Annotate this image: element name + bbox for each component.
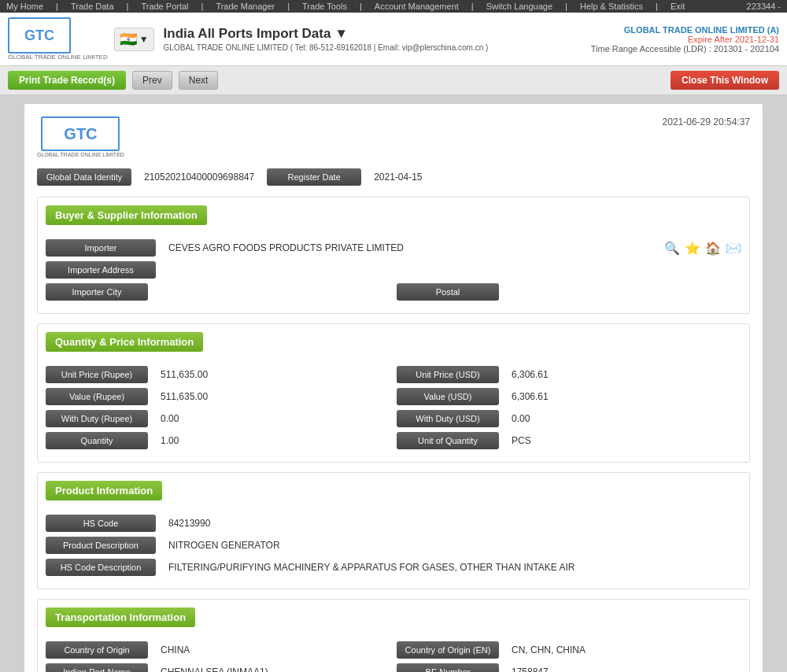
hs-code-description-label: HS Code Description [46, 559, 156, 576]
global-data-identity-value: 210520210400009698847 [138, 172, 260, 183]
transportation-section: Transportation Information Country of Or… [37, 599, 750, 672]
logo-area: GTC GLOBAL TRADE ONLINE LIMITED [8, 17, 108, 61]
header-center: India All Ports Import Data ▼ GLOBAL TRA… [154, 26, 591, 52]
nav-separator6: | [471, 2, 474, 11]
value-rupee-value: 511,635.00 [154, 391, 214, 402]
nav-switch-language[interactable]: Switch Language [486, 2, 552, 11]
with-duty-row: With Duty (Rupee) 0.00 With Duty (USD) 0… [46, 410, 741, 427]
importer-row: Importer CEVES AGRO FOODS PRODUCTS PRIVA… [46, 239, 741, 257]
importer-address-label: Importer Address [46, 261, 156, 279]
close-button-top[interactable]: Close This Window [671, 71, 779, 90]
nav-trade-tools[interactable]: Trade Tools [302, 2, 347, 11]
country-of-origin-value: CHINA [154, 644, 196, 655]
buyer-supplier-section: Buyer & Supplier Information Importer CE… [37, 197, 750, 314]
unit-of-quantity-label: Unit of Quantity [397, 432, 499, 449]
product-description-row: Product Description NITROGEN GENERATOR [46, 537, 741, 554]
nav-separator7: | [565, 2, 567, 11]
quantity-price-title: Quantity & Price Information [46, 332, 203, 352]
with-duty-rupee-label: With Duty (Rupee) [46, 410, 148, 427]
quantity-price-section: Quantity & Price Information Unit Price … [37, 323, 750, 463]
global-data-identity-label: Global Data Identity [37, 168, 131, 186]
with-duty-usd-label: With Duty (USD) [397, 410, 499, 427]
top-nav[interactable]: My Home | Trade Data | Trade Portal | Tr… [6, 2, 685, 11]
next-button-top[interactable]: Next [179, 71, 219, 90]
quantity-value: 1.00 [154, 435, 185, 446]
flag-dropdown[interactable]: 🇮🇳 ▼ [114, 28, 154, 51]
country-of-origin-en-value: CN, CHN, CHINA [505, 644, 592, 655]
unit-price-usd-value: 6,306.61 [505, 369, 555, 380]
importer-city-row: Importer City Postal [46, 283, 741, 301]
register-date-label: Register Date [267, 168, 361, 186]
quantity-label: Quantity [46, 432, 148, 449]
star-icon[interactable]: ⭐ [685, 241, 700, 256]
prev-button-top[interactable]: Prev [132, 71, 172, 90]
country-of-origin-label: Country of Origin [46, 641, 148, 659]
hs-code-value: 84213990 [162, 518, 741, 529]
search-icon[interactable]: 🔍 [664, 241, 680, 256]
port-be-row: Indian Port Name CHENNAI SEA (INMAA1) BE… [46, 663, 741, 672]
mail-icon[interactable]: ✉️ [726, 241, 741, 256]
value-usd-label: Value (USD) [397, 388, 499, 405]
user-id: 223344 - [747, 2, 781, 11]
nav-account-management[interactable]: Account Management [375, 2, 459, 11]
indian-port-name-value: CHENNAI SEA (INMAA1) [154, 666, 275, 672]
register-date-value: 2021-04-15 [368, 172, 428, 183]
nav-separator4: | [287, 2, 290, 11]
record-card: GTC GLOBAL TRADE ONLINE LIMITED 2021-06-… [24, 103, 763, 672]
company-name: GLOBAL TRADE ONLINE LIMITED (A) [591, 25, 779, 35]
product-title: Product Information [46, 481, 162, 500]
nav-trade-manager[interactable]: Trade Manager [216, 2, 275, 11]
unit-price-rupee-value: 511,635.00 [154, 369, 214, 380]
nav-help-statistics[interactable]: Help & Statistics [580, 2, 643, 11]
be-number-value: 1758847 [505, 666, 555, 672]
nav-separator3: | [201, 2, 204, 11]
identity-row: Global Data Identity 2105202104000096988… [37, 168, 750, 186]
importer-icons: 🔍 ⭐ 🏠 ✉️ [664, 241, 741, 256]
india-flag-icon: 🇮🇳 [120, 31, 137, 48]
product-section: Product Information HS Code 84213990 Pro… [37, 472, 750, 589]
value-row: Value (Rupee) 511,635.00 Value (USD) 6,3… [46, 388, 741, 405]
unit-price-usd-label: Unit Price (USD) [397, 366, 499, 383]
nav-separator8: | [656, 2, 658, 11]
indian-port-name-label: Indian Port Name [46, 663, 148, 672]
unit-of-quantity-value: PCS [505, 435, 538, 446]
card-header: GTC GLOBAL TRADE ONLINE LIMITED 2021-06-… [37, 116, 750, 157]
postal-label: Postal [397, 283, 499, 301]
nav-trade-portal[interactable]: Trade Portal [141, 2, 188, 11]
quantity-row: Quantity 1.00 Unit of Quantity PCS [46, 432, 741, 449]
country-of-origin-en-label: Country of Origin (EN) [397, 641, 499, 659]
buyer-supplier-title: Buyer & Supplier Information [46, 205, 207, 225]
importer-address-row: Importer Address [46, 261, 741, 279]
unit-price-rupee-label: Unit Price (Rupee) [46, 366, 148, 383]
header: GTC GLOBAL TRADE ONLINE LIMITED 🇮🇳 ▼ Ind… [0, 13, 787, 66]
home-icon[interactable]: 🏠 [705, 241, 721, 256]
country-origin-row: Country of Origin CHINA Country of Origi… [46, 641, 741, 659]
transportation-title: Transportation Information [46, 607, 195, 627]
nav-separator5: | [360, 2, 362, 11]
importer-city-label: Importer City [46, 283, 148, 301]
with-duty-usd-value: 0.00 [505, 413, 536, 424]
page-title: India All Ports Import Data ▼ [164, 26, 591, 42]
logo-subtitle: GLOBAL TRADE ONLINE LIMITED [8, 54, 108, 61]
nav-separator2: | [127, 2, 129, 11]
hs-code-label: HS Code [46, 515, 156, 532]
card-timestamp: 2021-06-29 20:54:37 [663, 116, 750, 127]
importer-label: Importer [46, 239, 156, 257]
print-button-top[interactable]: Print Trade Record(s) [8, 71, 126, 90]
card-logo: GTC GLOBAL TRADE ONLINE LIMITED [37, 116, 124, 157]
be-number-label: BE Number [397, 663, 499, 672]
nav-exit[interactable]: Exit [671, 2, 685, 11]
action-bar-top: Print Trade Record(s) Prev Next Close Th… [0, 66, 787, 95]
logo-box: GTC [8, 17, 71, 54]
product-description-label: Product Description [46, 537, 156, 554]
nav-my-home[interactable]: My Home [6, 2, 43, 11]
nav-trade-data[interactable]: Trade Data [71, 2, 114, 11]
importer-value: CEVES AGRO FOODS PRODUCTS PRIVATE LIMITE… [162, 242, 658, 253]
main-content: GTC GLOBAL TRADE ONLINE LIMITED 2021-06-… [0, 95, 787, 672]
time-range: Time Range Accessible (LDR) : 201301 - 2… [591, 44, 779, 54]
header-right: GLOBAL TRADE ONLINE LIMITED (A) Expire A… [591, 25, 779, 54]
hs-code-description-value: FILTERING/PURIFYING MACHINERY & APPARATU… [162, 562, 741, 573]
value-usd-value: 6,306.61 [505, 391, 555, 402]
nav-separator1: | [56, 2, 58, 11]
hs-code-row: HS Code 84213990 [46, 515, 741, 532]
